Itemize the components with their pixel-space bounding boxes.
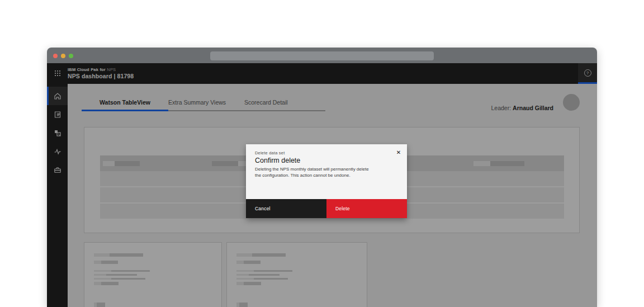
modal-body-text: Deleting the NPS monthly dataset will pe… (255, 167, 373, 178)
browser-chrome (47, 48, 597, 63)
modal-title: Confirm delete (255, 157, 300, 164)
traffic-light-close-icon[interactable] (53, 54, 58, 58)
confirm-delete-modal: Delete data set Confirm delete Deleting … (246, 144, 407, 218)
screenshot-stage: IBM Cloud Pak for NPS NPS dashboard | 81… (0, 0, 644, 307)
traffic-light-minimize-icon[interactable] (61, 54, 65, 58)
modal-context-label: Delete data set (255, 150, 285, 155)
cancel-button[interactable]: Cancel (246, 199, 326, 218)
url-bar[interactable] (210, 51, 434, 60)
delete-button[interactable]: Delete (326, 199, 407, 218)
modal-button-row: Cancel Delete (246, 199, 407, 218)
close-icon[interactable]: ✕ (394, 148, 404, 158)
traffic-light-zoom-icon[interactable] (69, 54, 73, 58)
browser-window: IBM Cloud Pak for NPS NPS dashboard | 81… (47, 48, 597, 307)
